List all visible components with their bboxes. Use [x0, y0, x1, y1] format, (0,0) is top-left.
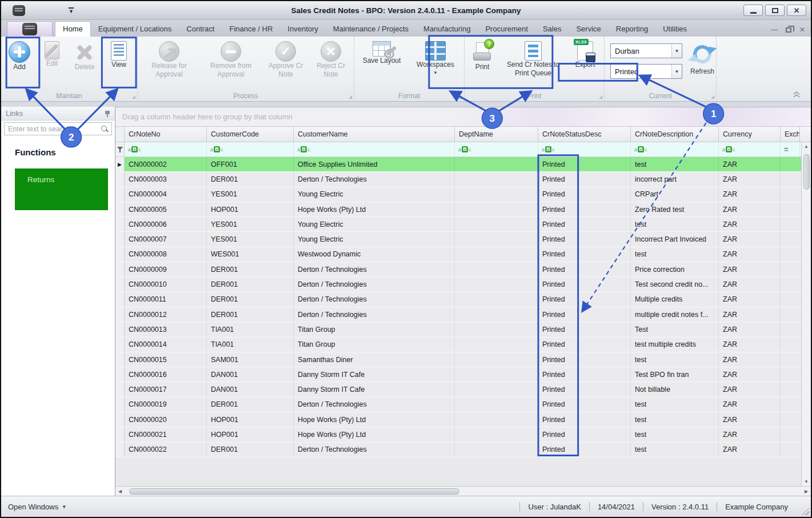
ribbon-tab[interactable]: Equipment / Locations	[91, 22, 179, 37]
table-row[interactable]: ▶ CN0000017 DAN001 Danny Storm IT Cafe P…	[115, 382, 811, 397]
cell-crnoteno[interactable]: CN0000007	[125, 232, 207, 246]
cell-crnotedescription[interactable]: test	[631, 427, 719, 441]
returns-function-tile[interactable]: Returns	[15, 168, 108, 210]
cell-crnotestatusdesc[interactable]: Printed	[538, 427, 631, 441]
cell-deptname[interactable]	[455, 397, 538, 412]
cell-customername[interactable]: Danny Storm IT Cafe	[294, 367, 455, 382]
cell-crnotestatusdesc[interactable]: Printed	[538, 322, 631, 336]
ribbon-tab[interactable]: Home	[55, 21, 91, 37]
pin-icon[interactable]	[105, 110, 110, 117]
cell-customercode[interactable]: DER001	[207, 172, 294, 186]
cell-crnoteno[interactable]: CN0000002	[125, 157, 207, 171]
chevron-down-icon[interactable]: ▼	[671, 44, 682, 58]
cell-customercode[interactable]: SAM001	[207, 352, 294, 367]
close-button[interactable]: ✕	[787, 5, 806, 16]
cell-crnotedescription[interactable]: multiple credit notes f...	[631, 307, 719, 322]
cell-currency[interactable]: ZAR	[719, 217, 781, 231]
collapse-ribbon-button[interactable]	[793, 91, 801, 98]
table-row[interactable]: ▶ CN0000015 SAM001 Samanthas Diner Print…	[115, 352, 811, 367]
cell-deptname[interactable]	[455, 277, 538, 291]
ribbon-tab[interactable]: Contract	[179, 22, 222, 37]
abc-icon[interactable]: aBc =	[722, 146, 735, 152]
cell-crnoteno[interactable]: CN0000010	[125, 277, 207, 291]
ribbon-button[interactable]: Edit ▼	[37, 39, 67, 91]
table-row[interactable]: ▶ CN0000010 DER001 Derton / Technologies…	[115, 277, 811, 292]
cell-crnotestatusdesc[interactable]: Printed	[538, 397, 631, 412]
chevron-down-icon[interactable]: ▼	[671, 65, 682, 78]
column-header[interactable]: Exchang	[781, 127, 800, 142]
cell-customercode[interactable]: TIA001	[207, 338, 294, 352]
cell-currency[interactable]: ZAR	[719, 443, 781, 457]
cell-currency[interactable]: ZAR	[719, 397, 781, 412]
cell-crnotestatusdesc[interactable]: Printed	[538, 157, 631, 171]
table-row[interactable]: ▶ CN0000012 DER001 Derton / Technologies…	[115, 307, 811, 322]
cell-crnotedescription[interactable]: Price correction	[631, 262, 719, 276]
ribbon-button[interactable]: Delete ▼	[68, 39, 101, 91]
cell-crnotestatusdesc[interactable]: Printed	[538, 443, 631, 457]
cell-crnotestatusdesc[interactable]: Printed	[538, 217, 631, 231]
cell-crnotestatusdesc[interactable]: Printed	[538, 307, 631, 322]
ribbon-button[interactable]: Add ▼	[3, 39, 36, 91]
ribbon-button[interactable]: Send Cr Notes to Print Queue ▼	[499, 39, 567, 91]
abc-icon[interactable]: aBc =	[542, 146, 555, 152]
table-row[interactable]: ▶ CN0000020 HOP001 Hope Works (Pty) Ltd …	[115, 412, 811, 427]
cell-currency[interactable]: ZAR	[719, 322, 781, 336]
location-dropdown[interactable]: Durban ▼	[610, 43, 682, 58]
cell-crnotestatusdesc[interactable]: Printed	[538, 232, 631, 246]
cell-crnotestatusdesc[interactable]: Printed	[538, 338, 631, 352]
cell-customername[interactable]: Derton / Technologies	[294, 277, 455, 291]
filter-cell[interactable]: aBc =	[781, 142, 800, 156]
cell-customercode[interactable]: DAN001	[207, 382, 294, 396]
cell-customername[interactable]: Hope Works (Pty) Ltd	[294, 202, 455, 216]
cell-deptname[interactable]	[455, 292, 538, 307]
table-row[interactable]: ▶ CN0000019 DER001 Derton / Technologies…	[115, 397, 811, 412]
cell-customername[interactable]: Derton / Technologies	[294, 262, 455, 276]
cell-crnoteno[interactable]: CN0000016	[125, 367, 207, 382]
scroll-left-icon[interactable]: ◀	[115, 487, 125, 496]
column-header[interactable]: CrNoteStatusDesc	[538, 127, 631, 142]
vertical-scrollbar[interactable]: ▲ ▼	[801, 142, 811, 486]
table-row[interactable]: ▶ CN0000016 DAN001 Danny Storm IT Cafe P…	[115, 367, 811, 382]
table-row[interactable]: ▶ CN0000008 WES001 Westwood Dynamic Prin…	[115, 247, 811, 262]
cell-customername[interactable]: Hope Works (Pty) Ltd	[294, 412, 455, 427]
ribbon-tab[interactable]: Manufacturing	[416, 22, 478, 37]
ribbon-button[interactable]: Approve Cr Note ▼	[263, 39, 309, 91]
cell-currency[interactable]: ZAR	[719, 292, 781, 307]
cell-customercode[interactable]: DER001	[207, 277, 294, 291]
cell-customercode[interactable]: DER001	[207, 307, 294, 322]
cell-currency[interactable]: ZAR	[719, 157, 781, 171]
cell-crnotedescription[interactable]: Not billable	[631, 382, 719, 396]
vertical-scroll-thumb[interactable]	[803, 154, 810, 190]
ribbon-button[interactable]: Remove from Approval ▼	[200, 39, 262, 91]
cell-customername[interactable]: Westwood Dynamic	[294, 247, 455, 262]
cell-currency[interactable]: ZAR	[719, 277, 781, 291]
cell-crnotedescription[interactable]: Test BPO fin tran	[631, 367, 719, 382]
cell-currency[interactable]: ZAR	[719, 187, 781, 202]
cell-customercode[interactable]: WES001	[207, 247, 294, 262]
cell-customername[interactable]: Derton / Technologies	[294, 292, 455, 307]
cell-crnotedescription[interactable]: test	[631, 247, 719, 262]
cell-customercode[interactable]: DER001	[207, 443, 294, 457]
abc-icon[interactable]: aBc =	[458, 146, 471, 152]
ribbon-tab[interactable]: Utilities	[655, 22, 694, 37]
cell-customercode[interactable]: YES001	[207, 187, 294, 202]
table-row[interactable]: ▶ CN0000007 YES001 Young Electric Printe…	[115, 232, 811, 247]
cell-currency[interactable]: ZAR	[719, 338, 781, 352]
filter-cell[interactable]: aBc =	[719, 142, 781, 156]
cell-crnotestatusdesc[interactable]: Printed	[538, 172, 631, 186]
cell-deptname[interactable]	[455, 382, 538, 396]
cell-customername[interactable]: Danny Storm IT Cafe	[294, 382, 455, 396]
cell-currency[interactable]: ZAR	[719, 262, 781, 276]
cell-customercode[interactable]: DAN001	[207, 367, 294, 382]
cell-crnotedescription[interactable]: CRPart	[631, 187, 719, 202]
ribbon-tab[interactable]: Reporting	[609, 22, 655, 37]
cell-customername[interactable]: Titan Group	[294, 338, 455, 352]
cell-currency[interactable]: ZAR	[719, 307, 781, 322]
cell-crnotestatusdesc[interactable]: Printed	[538, 292, 631, 307]
ribbon-button[interactable]: Workspaces ▼	[409, 39, 462, 91]
refresh-button[interactable]: Refresh	[690, 39, 714, 91]
cell-deptname[interactable]	[455, 217, 538, 231]
ribbon-close-icon[interactable]: ✕	[799, 26, 805, 33]
cell-customername[interactable]: Young Electric	[294, 232, 455, 246]
horizontal-scrollbar[interactable]: ◀ ▶	[115, 486, 811, 496]
